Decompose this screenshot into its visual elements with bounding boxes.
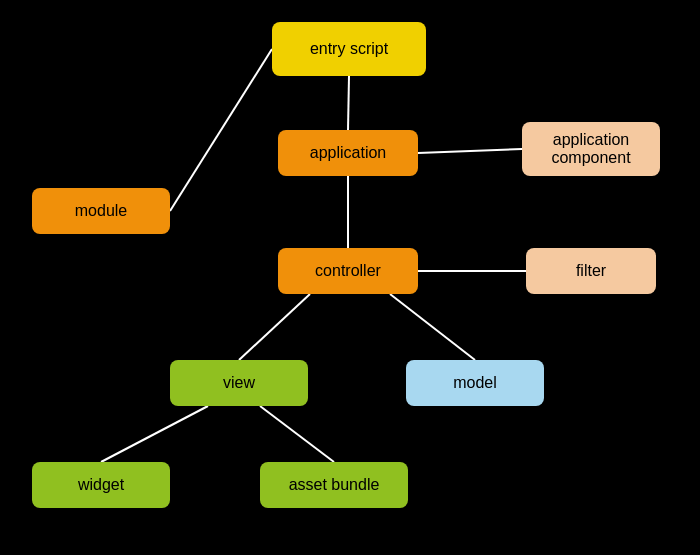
application-component-node: application component: [522, 122, 660, 176]
model-node: model: [406, 360, 544, 406]
view-node: view: [170, 360, 308, 406]
asset-bundle-node: asset bundle: [260, 462, 408, 508]
svg-line-7: [101, 406, 208, 462]
svg-line-5: [239, 294, 310, 360]
widget-node: widget: [32, 462, 170, 508]
controller-node: controller: [278, 248, 418, 294]
svg-line-6: [390, 294, 475, 360]
filter-node: filter: [526, 248, 656, 294]
svg-line-8: [260, 406, 334, 462]
entry-script-node: entry script: [272, 22, 426, 76]
module-node: module: [32, 188, 170, 234]
svg-line-1: [170, 49, 272, 211]
svg-line-0: [348, 76, 349, 130]
svg-line-2: [418, 149, 522, 153]
application-node: application: [278, 130, 418, 176]
